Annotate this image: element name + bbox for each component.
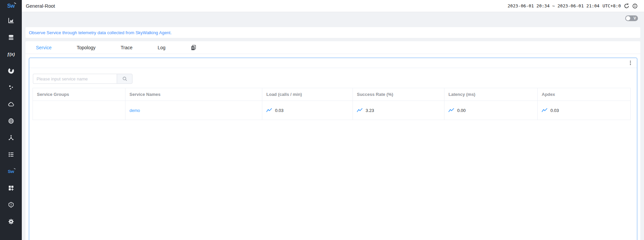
cell-latency: 0.00 <box>444 101 538 120</box>
success-rate-value: 3.23 <box>366 108 374 113</box>
col-success-rate: Success Rate (%) <box>353 88 444 101</box>
sidebar-item-browser[interactable] <box>0 113 22 129</box>
copy-tab-button[interactable] <box>191 45 197 51</box>
sidebar-item-alarm[interactable] <box>0 196 22 213</box>
service-name-link[interactable]: demo <box>129 108 140 113</box>
toggle-knob <box>626 16 630 20</box>
alarm-icon <box>8 201 14 208</box>
tab-service[interactable]: Service <box>36 45 52 50</box>
dashboard-toolbar: V <box>22 12 644 24</box>
col-service-groups: Service Groups <box>33 88 125 101</box>
trend-icon[interactable] <box>266 108 272 113</box>
cell-apdex: 0.03 <box>538 101 631 120</box>
dashboard-add-icon <box>8 185 14 191</box>
trend-icon[interactable] <box>542 108 547 113</box>
col-service-names: Service Names <box>125 88 262 101</box>
sidebar-item-self-observability[interactable] <box>0 146 22 163</box>
widget-menu-button[interactable] <box>629 60 632 66</box>
load-value: 0.03 <box>275 108 283 113</box>
col-latency: Latency (ms) <box>444 88 538 101</box>
widget-header <box>29 58 637 68</box>
sidebar-item-functions[interactable]: ƒ(x) <box>0 46 22 62</box>
service-list-widget: Service Groups Service Names Load (calls… <box>29 58 637 240</box>
globe-icon <box>8 118 14 124</box>
top-header: General-Root 2023-06-01 20:34 ~ 2023-06-… <box>22 0 644 12</box>
layers-icon <box>8 34 14 41</box>
sidebar-item-kubernetes[interactable] <box>0 62 22 79</box>
header-right: 2023-06-01 20:34 ~ 2023-06-01 21:04 UTC+… <box>507 3 638 9</box>
banner-text: Observe Service through telemetry data c… <box>29 30 172 35</box>
topology-icon <box>8 134 14 141</box>
cell-load: 0.03 <box>262 101 353 120</box>
bar-chart-icon <box>8 17 14 24</box>
donut-chart-icon <box>8 67 14 74</box>
cell-service-name: demo <box>125 101 262 120</box>
search-icon <box>122 76 127 81</box>
col-load: Load (calls / min) <box>262 88 353 101</box>
info-button[interactable] <box>632 3 638 9</box>
gear-icon <box>8 218 14 225</box>
tab-topology[interactable]: Topology <box>77 45 96 50</box>
trend-icon[interactable] <box>448 108 454 113</box>
view-mode-toggle[interactable]: V <box>625 15 638 21</box>
list-icon <box>8 151 14 158</box>
sidebar-item-settings[interactable] <box>0 213 22 230</box>
tab-trace[interactable]: Trace <box>121 45 132 50</box>
trend-icon[interactable] <box>357 108 363 113</box>
function-icon: ƒ(x) <box>7 52 15 57</box>
cloud-icon <box>8 101 14 108</box>
apdex-value: 0.03 <box>550 108 559 113</box>
cell-success-rate: 3.23 <box>353 101 444 120</box>
toggle-label: V <box>634 16 636 20</box>
sidebar-item-dashboards[interactable] <box>0 180 22 196</box>
time-range[interactable]: 2023-06-01 20:34 ~ 2023-06-01 21:04 <box>507 3 599 8</box>
sidebar: Sw ƒ(x) <box>0 0 22 240</box>
service-table: Service Groups Service Names Load (calls… <box>33 88 631 120</box>
tabs-row: Service Topology Trace Log <box>25 41 640 54</box>
info-icon <box>632 3 638 9</box>
tab-log[interactable]: Log <box>158 45 165 50</box>
skywalking-logo[interactable]: Sw <box>0 0 22 12</box>
search-input[interactable] <box>33 74 117 84</box>
sidebar-item-skywalking[interactable]: Sw <box>0 163 22 180</box>
page-title: General-Root <box>26 3 55 9</box>
sidebar-item-service-mesh[interactable] <box>0 29 22 46</box>
table-row: demo 0.03 <box>33 101 631 120</box>
dashboard-card: Service Topology Trace Log <box>25 41 640 240</box>
sidebar-item-gateway[interactable] <box>0 129 22 146</box>
scatter-icon <box>8 84 14 91</box>
kebab-icon <box>630 61 631 62</box>
sidebar-item-aws-cloud[interactable] <box>0 96 22 113</box>
search-button[interactable] <box>117 74 132 84</box>
description-banner: Observe Service through telemetry data c… <box>25 27 640 38</box>
copy-icon <box>191 45 197 51</box>
sidebar-item-general-service[interactable] <box>0 12 22 29</box>
col-apdex: Apdex <box>538 88 631 101</box>
timezone[interactable]: UTC+8:0 <box>602 3 621 8</box>
refresh-icon <box>624 3 629 9</box>
refresh-button[interactable] <box>624 3 629 9</box>
cell-service-group <box>33 101 125 120</box>
latency-value: 0.00 <box>457 108 466 113</box>
sidebar-item-infrastructure[interactable] <box>0 79 22 96</box>
table-header-row: Service Groups Service Names Load (calls… <box>33 88 631 101</box>
search-row <box>33 74 637 84</box>
